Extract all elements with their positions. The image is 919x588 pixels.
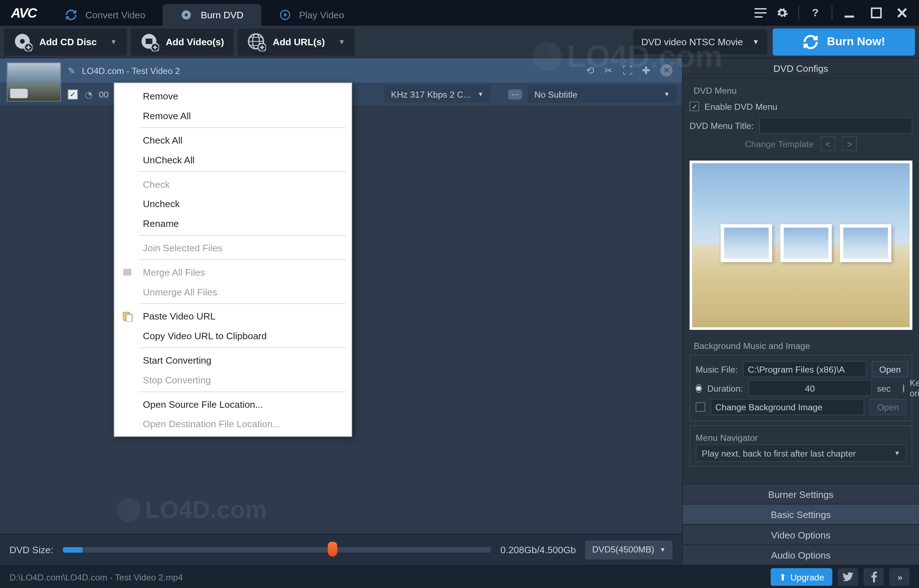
field-label: DVD Menu Title: (689, 120, 754, 130)
ctx-start-converting[interactable]: Start Converting (115, 350, 351, 370)
facebook-button[interactable] (863, 568, 884, 586)
unit-label: sec (877, 383, 891, 393)
ctx-check-all[interactable]: Check All (115, 130, 351, 150)
chevron-down-icon: ▼ (894, 450, 900, 457)
bg-image-input[interactable] (711, 399, 864, 415)
change-bg-checkbox[interactable] (695, 402, 705, 412)
crop-icon[interactable]: ⛶ (622, 64, 633, 76)
accordion-basic-settings[interactable]: Basic Settings (683, 504, 919, 525)
tab-play-video[interactable]: Play Video (261, 4, 362, 26)
duration-input[interactable] (748, 380, 871, 396)
help-icon[interactable]: ? (808, 5, 824, 21)
ctx-remove-all[interactable]: Remove All (115, 105, 351, 125)
svg-rect-17 (123, 268, 131, 275)
checkbox-label: Enable DVD Menu (704, 101, 777, 111)
add-videos-button[interactable]: Add Video(s) (131, 28, 234, 55)
dvd-size-bar: DVD Size: 0.208Gb/4.500Gb DVD5(4500MB) ▼ (0, 534, 682, 565)
svg-rect-19 (126, 314, 132, 321)
refresh-icon (803, 33, 819, 50)
ctx-remove[interactable]: Remove (115, 86, 351, 106)
ctx-copy-video-url-to-clipboard[interactable]: Copy Video URL to Clipboard (115, 326, 351, 345)
template-prev-button[interactable]: < (820, 136, 835, 151)
enable-dvd-menu-checkbox[interactable]: ✓ (689, 102, 699, 111)
music-file-input[interactable] (743, 361, 866, 377)
subtitle-icon: ⋯ (508, 89, 522, 99)
accordion-burner-settings[interactable]: Burner Settings (683, 483, 919, 504)
refresh-icon[interactable]: ⟲ (586, 64, 595, 76)
more-button[interactable]: » (889, 568, 910, 586)
tab-label: Burn DVD (201, 9, 243, 20)
upgrade-button[interactable]: ⬆ Upgrade (771, 568, 832, 586)
ctx-uncheck[interactable]: Uncheck (115, 194, 351, 213)
video-checkbox[interactable]: ✓ (68, 89, 78, 99)
close-button[interactable] (892, 5, 913, 21)
maximize-button[interactable] (866, 5, 887, 21)
dropdown-value: Play next, back to first after last chap… (701, 448, 856, 458)
add-urls-button[interactable]: Add URL(s) ▼ (237, 28, 355, 55)
preview-frame (780, 224, 832, 262)
tab-convert-video[interactable]: Convert Video (47, 4, 163, 26)
toolbar: Add CD Disc ▼ Add Video(s) Add URL(s) ▼ … (0, 26, 919, 58)
format-dropdown[interactable]: KHz 317 Kbps 2 C... ▼ (384, 86, 490, 103)
merge-icon (121, 266, 134, 278)
play-icon (279, 9, 291, 21)
dvd-size-label: DVD Size: (9, 544, 53, 555)
paste-icon (121, 310, 134, 322)
film-add-icon (140, 32, 159, 51)
ctx-open-destination-file-location-: Open Destination File Location... (115, 414, 351, 434)
dvd-menu-preview[interactable] (689, 160, 912, 330)
gear-icon[interactable] (774, 5, 790, 21)
ctx-rename[interactable]: Rename (115, 213, 351, 233)
refresh-icon (65, 9, 77, 21)
titlebar: AVC Convert Video Burn DVD Play Video ? (0, 0, 919, 26)
ctx-merge-all-files: Merge All Files (115, 262, 351, 282)
section-label: DVD Menu (689, 82, 912, 97)
ctx-uncheck-all[interactable]: UnCheck All (115, 150, 351, 170)
dropdown-value: KHz 317 Kbps 2 C... (391, 89, 471, 99)
add-icon[interactable]: ✚ (642, 64, 651, 76)
ctx-open-source-file-location-[interactable]: Open Source File Location... (115, 394, 351, 414)
burn-now-button[interactable]: Burn Now! (772, 28, 915, 55)
tab-burn-dvd[interactable]: Burn DVD (163, 4, 261, 26)
dvd-menu-title-input[interactable] (759, 117, 912, 133)
open-music-button[interactable]: Open (872, 361, 908, 377)
button-label: Upgrade (790, 572, 824, 582)
svg-rect-3 (754, 8, 767, 10)
chevron-down-icon: ▼ (664, 91, 670, 98)
minimize-button[interactable] (840, 5, 861, 21)
section-label: Menu Navigator (695, 430, 906, 444)
svg-rect-12 (145, 39, 152, 44)
pencil-icon[interactable]: ✎ (68, 65, 75, 75)
add-cd-disc-button[interactable]: Add CD Disc ▼ (4, 28, 126, 55)
chevron-down-icon: ▼ (660, 546, 666, 553)
menu-icon[interactable] (753, 5, 769, 21)
output-profile-dropdown[interactable]: DVD video NTSC Movie ▼ (633, 29, 767, 54)
remove-icon[interactable]: ✕ (660, 64, 672, 76)
accordion-audio-options[interactable]: Audio Options (683, 544, 919, 565)
menu-navigator-dropdown[interactable]: Play next, back to first after last chap… (695, 444, 906, 462)
svg-rect-4 (754, 12, 767, 14)
video-list-panel: ✎ LO4D.com - Test Video 2 ⟲ ✂ ⛶ ✚ ✕ ✓ ◔ … (0, 58, 682, 565)
dvd-size-marker[interactable] (328, 541, 337, 556)
accordion-video-options[interactable]: Video Options (683, 524, 919, 544)
twitter-button[interactable] (838, 568, 858, 586)
section-label: Background Music and Image (689, 338, 912, 352)
svg-rect-6 (844, 15, 854, 18)
dvd-disc-dropdown[interactable]: DVD5(4500MB) ▼ (586, 540, 673, 559)
video-item-header[interactable]: ✎ LO4D.com - Test Video 2 ⟲ ✂ ⛶ ✚ ✕ (0, 58, 682, 82)
dropdown-value: DVD5(4500MB) (592, 544, 654, 555)
video-title: LO4D.com - Test Video 2 (82, 65, 180, 75)
ctx-unmerge-all-files: Unmerge All Files (115, 282, 351, 302)
duration-radio[interactable] (695, 384, 701, 393)
panel-title: DVD Configs (683, 58, 919, 79)
video-thumbnail[interactable] (7, 63, 61, 102)
ctx-paste-video-url[interactable]: Paste Video URL (115, 306, 351, 326)
ctx-check: Check (115, 174, 351, 194)
change-template-label: Change Template (745, 139, 814, 149)
dropdown-value: No Subtitle (534, 89, 577, 99)
template-next-button[interactable]: > (842, 136, 857, 151)
dvd-size-track[interactable] (63, 547, 491, 552)
subtitle-dropdown[interactable]: No Subtitle ▼ (528, 86, 677, 103)
keep-original-radio[interactable] (903, 384, 904, 393)
cut-icon[interactable]: ✂ (604, 64, 613, 76)
